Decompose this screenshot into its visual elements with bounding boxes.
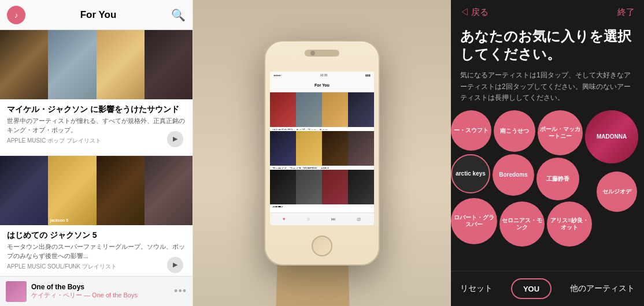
mini-images-1 — [270, 92, 374, 127]
iphone-screen: ●●●●○ 10:30 ▮▮▮ For You はじめての — [270, 72, 374, 225]
album-art-5 — [0, 156, 48, 225]
mini-album-2 — [296, 92, 322, 127]
playlist-card-1: マイケル・ジャクソン に影響をうけたサウンド 世界中のアーティストが憧れる、すべ… — [0, 30, 193, 156]
search-icon[interactable]: 🔍 — [171, 8, 186, 22]
artist-bubble-robertglasper[interactable]: ロバート・グラスパー — [451, 198, 497, 244]
middle-panel: ●●●●○ 10:30 ▮▮▮ For You はじめての — [193, 0, 451, 306]
playlist-desc-2: モータウン出身のスーパーファミリーグループ。ソウル、ポップのみならず後世への影響… — [7, 242, 186, 260]
artist-bubble-minamikosetsu[interactable]: 南こうせつ — [494, 110, 535, 152]
artist-bubble-kudoshizuka[interactable]: 工藤静香 — [536, 158, 579, 200]
right-title: あなたのお気に入りを選択してください。 — [451, 23, 644, 68]
artist-bubble-arctickeys[interactable]: arctic keys — [451, 154, 490, 193]
heart-icon[interactable]: ♥ — [283, 217, 286, 222]
back-button[interactable]: ◁ 戻る — [460, 7, 488, 18]
iphone-bottom-bar: ♥ ☆ ⏭ @ — [270, 212, 374, 225]
playlist-label-1: APPLE MUSIC ポップ プレイリスト — [7, 137, 186, 145]
avatar-icon: ♪ — [14, 10, 18, 20]
now-playing-info: One of the Boys ケイティ・ペリー — One of the Bo… — [31, 283, 169, 300]
iphone-hand-background: ●●●●○ 10:30 ▮▮▮ For You はじめての — [193, 0, 451, 306]
mini-playlist-title-3: 北影響を... — [270, 204, 374, 207]
mini-album-3 — [322, 92, 348, 127]
mini-album-9 — [270, 170, 296, 204]
mini-images-3 — [270, 170, 374, 204]
right-panel: ◁ 戻る 終了 あなたのお気に入りを選択してください。 気になるアーティストは1… — [451, 0, 644, 306]
album-art-7 — [97, 156, 145, 225]
mini-playlist-1: はじめての デス・キャブ・フォー・キュー 初期から後期まで聴きたい人はコレ一枚で… — [270, 92, 374, 130]
mini-album-4 — [348, 92, 374, 127]
right-footer: リセット YOU 他のアーティスト — [451, 271, 644, 306]
mini-playlist-2: アーサイド・ファイア「FUNERAL」が伝え 北影響を... — [270, 131, 374, 169]
mini-album-11 — [322, 170, 348, 204]
now-playing-bar: One of the Boys ケイティ・ペリー — One of the Bo… — [0, 276, 193, 306]
signal-bars: ●●●●○ — [273, 73, 282, 77]
album-art-2 — [48, 30, 96, 99]
time-display: 10:30 — [320, 73, 328, 77]
album-art-4 — [145, 30, 193, 99]
playlist-info-2: はじめての ジャクソン 5 モータウン出身のスーパーファミリーグループ。ソウル、… — [0, 225, 193, 275]
iphone-page-title: For You — [314, 83, 330, 87]
playlist-title-2: はじめての ジャクソン 5 — [7, 230, 186, 240]
play-button-2[interactable]: ▶ — [167, 257, 183, 273]
playlist-images-2 — [0, 156, 193, 225]
artist-bubble-suwift[interactable]: ー・スウフト — [451, 110, 491, 151]
mini-playlist-3: 北影響を... APPLE MUSIC ポップ — [270, 170, 374, 207]
artist-bubbles-container: ー・スウフト 南こうせつ ポール・マッカートニー MADONNA arctic … — [451, 110, 644, 271]
play-button-1[interactable]: ▶ — [167, 131, 183, 147]
iphone-home-button[interactable] — [312, 236, 332, 256]
iphone-device: ●●●●○ 10:30 ▮▮▮ For You はじめての — [264, 40, 380, 266]
more-options-icon[interactable]: ••• — [174, 285, 187, 297]
mini-album-8 — [348, 131, 374, 166]
battery-icon: ▮▮▮ — [365, 73, 371, 77]
mini-playlist-title-1: はじめての デス・キャブ・フォー・キュー — [270, 127, 374, 130]
playlist-info-1: マイケル・ジャクソン に影響をうけたサウンド 世界中のアーティストが憧れる、すべ… — [0, 99, 193, 150]
album-art-3 — [97, 30, 145, 99]
right-header: ◁ 戻る 終了 — [451, 0, 644, 23]
star-icon[interactable]: ☆ — [306, 217, 310, 222]
iphone-camera — [310, 51, 315, 55]
you-button[interactable]: YOU — [511, 278, 552, 299]
mini-album-7 — [322, 131, 348, 166]
mini-playlist-title-2: アーサイド・ファイア「FUNERAL」が伝え — [270, 166, 374, 169]
album-art-1 — [0, 30, 48, 99]
mini-album-6 — [296, 131, 322, 166]
artist-bubble-madonna[interactable]: MADONNA — [585, 110, 638, 163]
artist-bubble-alicesara[interactable]: アリス=紗良・オット — [547, 201, 592, 247]
artist-bubble-mccartney[interactable]: ポール・マッカートニー — [538, 110, 583, 155]
other-artists-button[interactable]: 他のアーティスト — [570, 283, 635, 294]
mini-album-1 — [270, 92, 296, 127]
playlist-images-1 — [0, 30, 193, 99]
mini-album-10 — [296, 170, 322, 204]
playlist-label-2: APPLE MUSIC SOUL/FUNK プレイリスト — [7, 263, 186, 271]
avatar[interactable]: ♪ — [7, 6, 25, 24]
now-playing-title: One of the Boys — [31, 283, 169, 291]
album-art-6 — [48, 156, 96, 225]
playlist-card-2: はじめての ジャクソン 5 モータウン出身のスーパーファミリーグループ。ソウル、… — [0, 156, 193, 282]
end-button[interactable]: 終了 — [617, 7, 635, 18]
mini-album-5 — [270, 131, 296, 166]
album-art-8 — [145, 156, 193, 225]
now-playing-album-art — [6, 281, 27, 302]
iphone-notch — [305, 50, 339, 57]
left-header: ♪ For You 🔍 — [0, 0, 193, 30]
artist-bubble-theloniousmonk[interactable]: セロニアス・モンク — [499, 201, 545, 247]
page-title: For You — [80, 9, 117, 21]
mini-images-2 — [270, 131, 374, 166]
mini-album-12 — [348, 170, 374, 204]
artist-bubble-boredoms[interactable]: Boredoms — [493, 154, 534, 196]
share-icon[interactable]: @ — [357, 217, 361, 222]
artist-bubble-sergio[interactable]: セルジオデ — [597, 171, 637, 212]
now-playing-artist: ケイティ・ペリー — One of the Boys — [31, 291, 169, 300]
playlist-desc-1: 世界中のアーティストが憧れる、すべてが規格外、正真正銘のキング・オブ・ポップ。 — [7, 117, 186, 135]
right-subtitle: 気になるアーティストは1回タップ、そして大好きなアーティストは2回タップしてくだ… — [451, 68, 644, 110]
playlist-title-1: マイケル・ジャクソン に影響をうけたサウンド — [7, 104, 186, 114]
iphone-screen-header: For You — [270, 79, 374, 92]
reset-button[interactable]: リセット — [460, 283, 493, 294]
skip-icon[interactable]: ⏭ — [331, 217, 336, 222]
left-panel: ♪ For You 🔍 マイケル・ジャクソン に影響をうけたサウンド 世界中のア… — [0, 0, 193, 306]
